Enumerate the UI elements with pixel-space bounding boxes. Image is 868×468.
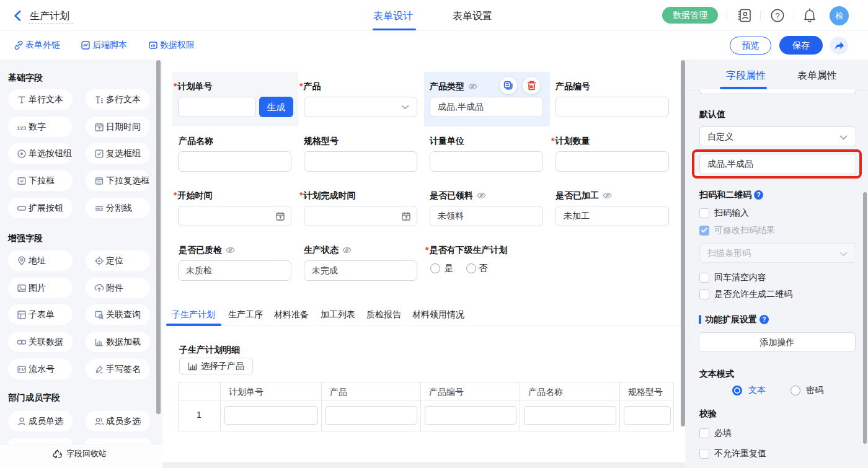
svg-text:?: ? (756, 192, 760, 198)
svg-text:?: ? (762, 316, 766, 323)
svg-text:?: ? (775, 11, 779, 20)
